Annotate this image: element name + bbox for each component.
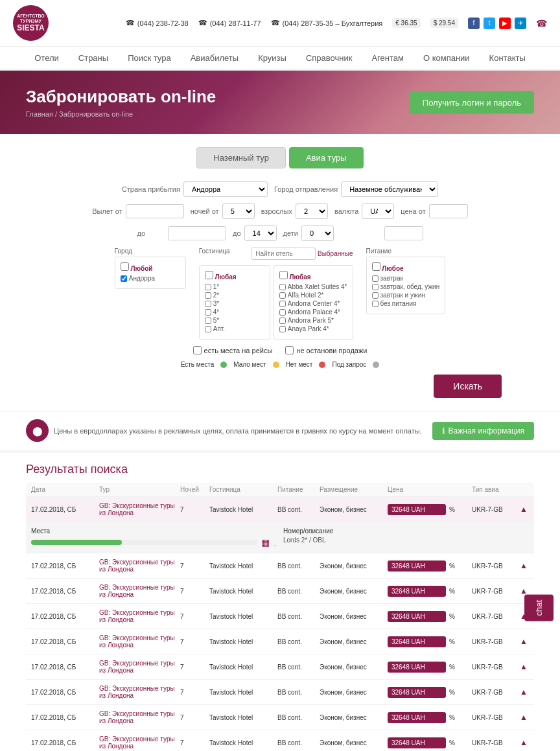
hotel-1-checkbox[interactable] (279, 284, 286, 290)
hotel-3-checkbox[interactable] (279, 301, 286, 307)
phone-icon-3: ☎ (271, 19, 280, 27)
nights-to-select[interactable]: 14 (244, 225, 277, 241)
nav-item-about[interactable]: О компании (423, 53, 470, 63)
nav-item-contacts[interactable]: Контакты (489, 53, 526, 63)
meal-1-checkbox[interactable] (372, 275, 379, 282)
hotel-5-checkbox[interactable] (279, 318, 286, 324)
nights-from-select[interactable]: 5 (222, 203, 255, 219)
row-pct-6: % (449, 689, 469, 696)
info-text-block: ⬤ Цены в евродолларах указаны в рекламны… (26, 419, 422, 442)
nav-item-reference[interactable]: Справочник (306, 53, 353, 63)
row-price-badge-4[interactable]: 32648 UAH (388, 636, 446, 647)
meal-4-checkbox[interactable] (372, 301, 379, 307)
star-2: 2* (205, 292, 264, 299)
nav-item-agents[interactable]: Агентам (371, 53, 404, 63)
row-room-8: Эконом, бизнес (320, 739, 384, 746)
adults-select[interactable]: 2 (296, 203, 328, 219)
avia-tour-button[interactable]: Авиа туры (289, 147, 364, 168)
phone-icon-2: ☎ (198, 19, 207, 27)
favorites-link[interactable]: Выбранные (318, 250, 353, 257)
star-3-checkbox[interactable] (205, 301, 211, 307)
telegram-icon[interactable]: ✈ (515, 17, 526, 29)
city-section-label: Город (115, 248, 132, 255)
row-hotel-2: Tavistоck Hotel (209, 588, 274, 595)
row-price-badge-7[interactable]: 32648 UAH (388, 712, 446, 723)
facebook-icon[interactable]: f (468, 17, 480, 29)
hotels-search-input[interactable] (251, 248, 316, 260)
date-to-group: до 12.03.2018 (137, 226, 227, 240)
twitter-icon[interactable]: t (484, 17, 495, 29)
important-info-button[interactable]: ℹ Важная информация (432, 422, 534, 440)
row-type-0: UKR-7-GB (472, 506, 511, 513)
row-meal-1: BB cont. (277, 562, 316, 570)
form-row-2: Вылет от 07.03.2018 ночей от 5 взрослых … (26, 203, 534, 219)
meal-2-checkbox[interactable] (372, 284, 379, 290)
search-section: Наземный тур Авиа туры Страна прибытия А… (0, 134, 560, 411)
row-price-badge-0[interactable]: 32648 UAH (388, 504, 446, 515)
children-select[interactable]: 0 (301, 225, 334, 241)
hotel-6-checkbox[interactable] (279, 326, 286, 332)
hotel-2-checkbox[interactable] (279, 292, 286, 299)
expand-button-7[interactable]: ▲ (514, 713, 533, 722)
nav-item-cruises[interactable]: Круизы (258, 53, 286, 63)
expand-button-4[interactable]: ▲ (514, 637, 533, 646)
row-price-badge-5[interactable]: 32648 UAH (388, 662, 446, 673)
row-meal-8: BB cont. (277, 739, 316, 746)
expand-button-2[interactable]: ▲ (514, 586, 533, 595)
row-price-badge-1[interactable]: 32648 UAH (388, 560, 446, 572)
col-date: Дата (31, 486, 96, 493)
row-price-badge-2[interactable]: 32648 UAH (388, 586, 446, 597)
currency-usd: € 36.35 (392, 18, 420, 28)
star-2-checkbox[interactable] (205, 292, 211, 299)
star-apt-checkbox[interactable] (205, 326, 211, 332)
row-price-badge-6[interactable]: 32648 UAH (388, 687, 446, 698)
meal-any-checkbox[interactable] (372, 262, 380, 271)
nazemny-tour-button[interactable]: Наземный тур (196, 147, 286, 168)
expand-button-8[interactable]: ▲ (514, 738, 533, 747)
result-row-7: 17.02.2018, СБ GB: Экскурсионные туры из… (26, 705, 534, 730)
row-pct-3: % (449, 613, 469, 620)
login-button[interactable]: Получить логин и пароль (410, 91, 534, 114)
row-date-0: 17.02.2018, СБ (31, 506, 96, 513)
youtube-icon[interactable]: ▶ (499, 17, 511, 29)
date-to-input[interactable]: 12.03.2018 (168, 226, 226, 240)
expand-button-1[interactable]: ▲ (514, 561, 533, 570)
expand-button-6[interactable]: ▲ (514, 687, 533, 697)
city-select[interactable]: Наземное обслуживание (341, 181, 438, 197)
expand-button-0[interactable]: ▲ (514, 505, 533, 514)
legend-seats-label: Есть места (181, 361, 215, 368)
row-price-badge-3[interactable]: 32648 UAH (388, 611, 446, 622)
price-to-input[interactable] (384, 226, 423, 240)
search-button[interactable]: Искать (434, 375, 502, 398)
nav-item-countries[interactable]: Страны (78, 53, 108, 63)
seats-checkbox[interactable] (193, 346, 202, 354)
row-date-8: 17.02.2018, СБ (31, 739, 96, 746)
chat-widget[interactable]: chat (524, 595, 554, 621)
expand-button-5[interactable]: ▲ (514, 662, 533, 671)
price-from-input[interactable] (429, 204, 468, 218)
nav-item-hotels[interactable]: Отели (34, 53, 59, 63)
col-nights: Ночей (180, 486, 206, 493)
row-nights-5: 7 (180, 664, 206, 671)
star-5-checkbox[interactable] (205, 318, 211, 324)
date-from-input[interactable]: 07.03.2018 (126, 204, 184, 218)
currency-select[interactable]: UAH (362, 203, 394, 219)
nav-item-search[interactable]: Поиск тура (128, 53, 171, 63)
star-4-checkbox[interactable] (205, 309, 211, 316)
city-andorra-checkbox[interactable] (121, 275, 127, 282)
meal-3: завтрак и ужин (372, 292, 440, 299)
row-nights-2: 7 (180, 588, 206, 595)
hotels-any2-checkbox[interactable] (279, 271, 288, 279)
meal-3-checkbox[interactable] (372, 292, 379, 299)
hotel-4-checkbox[interactable] (279, 309, 286, 316)
row-price-badge-8[interactable]: 32648 UAH (388, 737, 446, 748)
sales-checkbox[interactable] (285, 346, 294, 354)
country-select[interactable]: Андорра (183, 181, 268, 197)
star-1-checkbox[interactable] (205, 284, 211, 290)
city-any-checkbox[interactable] (121, 262, 129, 271)
phone-3: ☎ (044) 287-35-35 – Бухгалтерия (271, 19, 383, 27)
hotels-any-checkbox[interactable] (205, 271, 213, 279)
nights-from-group: ночей от 5 (191, 203, 255, 219)
nav-item-avia[interactable]: Авиабилеты (191, 53, 239, 63)
legend-few-label: Мало мест (233, 361, 266, 368)
